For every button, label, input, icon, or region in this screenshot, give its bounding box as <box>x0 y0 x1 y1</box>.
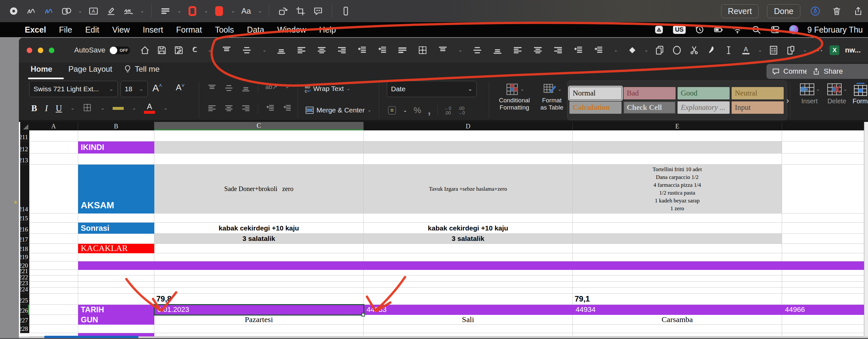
distribute-rows-icon[interactable] <box>296 45 307 56</box>
align-left-edge-icon[interactable] <box>337 45 347 56</box>
markup-toggle-icon[interactable] <box>809 5 822 18</box>
cell-A213[interactable] <box>29 153 78 165</box>
cell-A216[interactable] <box>29 223 78 234</box>
cell-style-bad[interactable]: Bad <box>623 87 676 100</box>
cell-B212[interactable]: IKINDI <box>78 141 154 153</box>
cell-B223[interactable] <box>78 282 154 287</box>
font-color-a-icon-chevron[interactable]: ⌄ <box>758 48 762 53</box>
cell-E227[interactable]: Carsamba <box>573 315 782 324</box>
crop-icon[interactable] <box>294 5 307 18</box>
styles-more-button[interactable]: › <box>786 95 789 106</box>
text-box-icon[interactable]: A <box>87 5 100 18</box>
cell-style-normal[interactable]: Normal <box>569 87 622 100</box>
control-center-icon[interactable] <box>770 25 780 34</box>
menu-item-tools[interactable]: Tools <box>215 25 234 34</box>
text-cursor-icon[interactable] <box>723 44 735 56</box>
cell-D223[interactable] <box>364 282 573 287</box>
cell-D216[interactable]: kabak cekirdegi +10 kaju <box>364 223 573 234</box>
time-machine-icon[interactable] <box>695 25 705 34</box>
cell-D219[interactable] <box>364 253 573 261</box>
cell-C215[interactable] <box>154 214 364 223</box>
cell-C213[interactable] <box>154 153 364 165</box>
cell-B211[interactable] <box>78 131 154 141</box>
rotate-text-up-icon[interactable] <box>512 45 523 56</box>
cell-D218[interactable] <box>364 244 573 253</box>
cell-F212[interactable] <box>782 141 864 153</box>
signature-icon-chevron[interactable]: ⌄ <box>140 9 145 13</box>
cell-E213[interactable] <box>573 153 782 165</box>
cell-E221[interactable] <box>573 270 782 276</box>
row-header-228[interactable]: 228 <box>20 324 29 333</box>
cell-A222[interactable] <box>29 276 78 282</box>
cell-E219[interactable] <box>573 253 782 261</box>
cell-D228[interactable] <box>364 324 573 333</box>
cell-C223[interactable] <box>154 282 364 287</box>
cell-D214[interactable]: Tavuk Izgara +sebze haslama+zero <box>364 165 573 214</box>
cell-B224[interactable] <box>78 287 154 294</box>
cell-C225[interactable]: 79,8 <box>154 294 364 305</box>
tab-home[interactable]: Home <box>31 64 53 74</box>
device-frame-icon[interactable] <box>339 5 352 18</box>
merge-center-button[interactable]: Merge & Center⌄ <box>305 105 371 115</box>
fill-color-button[interactable] <box>113 107 124 110</box>
cell-C212[interactable] <box>154 141 364 153</box>
trash-icon[interactable] <box>830 5 843 18</box>
space-horizontal-icon[interactable] <box>377 45 388 56</box>
freeze-panes-icon-chevron[interactable]: ⌄ <box>262 48 267 53</box>
increase-decimal-button[interactable]: ←0.00 <box>444 106 451 115</box>
cell-A212[interactable] <box>29 141 78 153</box>
row-header-226[interactable]: 226 <box>20 305 29 315</box>
cell-A226[interactable] <box>29 305 78 315</box>
fill-color-swatch-chevron[interactable]: ⌄ <box>231 9 235 13</box>
cell-C222[interactable] <box>154 276 364 282</box>
cell-E225[interactable]: 79,1 <box>573 294 782 305</box>
increase-indent-icon[interactable] <box>282 103 292 114</box>
sketch-pen-icon[interactable] <box>25 5 38 18</box>
cell-B225[interactable] <box>78 294 154 305</box>
borders-all-icon[interactable] <box>553 45 563 56</box>
comma-format-button[interactable]: , <box>428 104 431 117</box>
cell-F224[interactable] <box>782 287 864 294</box>
font-color-button[interactable]: A <box>144 103 155 114</box>
cell-F217[interactable] <box>782 234 864 244</box>
cell-F216[interactable] <box>782 223 864 234</box>
sign-pen-icon[interactable] <box>104 5 118 18</box>
cell-D229[interactable] <box>364 333 573 336</box>
underline-button[interactable]: U <box>56 103 62 113</box>
insert-cells-button[interactable]: ⌄ Insert <box>799 82 820 105</box>
cell-E215[interactable] <box>573 214 782 223</box>
keyboard-layout-badge[interactable]: US <box>673 25 685 34</box>
signature-icon[interactable] <box>122 5 135 18</box>
accounting-format-button[interactable]: ¤ <box>388 106 396 114</box>
field-list-icon[interactable] <box>768 44 779 56</box>
cell-D224[interactable] <box>364 287 573 294</box>
align-top-icon[interactable] <box>207 83 217 94</box>
highlighter-pen-icon[interactable] <box>42 5 55 18</box>
cell-D211[interactable] <box>364 131 573 141</box>
cell-A219[interactable] <box>29 253 78 261</box>
cell-D222[interactable] <box>364 276 573 282</box>
row-header-224[interactable]: 224 <box>20 287 29 294</box>
line-weight-icon[interactable] <box>159 5 172 18</box>
bold-button[interactable]: B <box>31 103 37 113</box>
cell-style-calculation[interactable]: Calculation <box>569 102 622 114</box>
cell-E229[interactable] <box>573 333 782 336</box>
cell-C219[interactable] <box>154 253 364 261</box>
save-as-icon[interactable] <box>173 44 185 56</box>
menu-item-help[interactable]: Help <box>319 25 336 34</box>
cell-D212[interactable] <box>364 141 573 153</box>
percent-format-button[interactable]: % <box>414 105 421 115</box>
cell-E228[interactable] <box>573 324 782 333</box>
cell-E216[interactable] <box>573 223 782 234</box>
cell-B219[interactable] <box>78 253 154 261</box>
cell-A215[interactable] <box>29 214 78 223</box>
cell-C214[interactable]: Sade Doner+brokoli zero <box>154 165 364 214</box>
row-header-219[interactable]: 219 <box>20 253 29 261</box>
cell-A211[interactable] <box>29 131 78 141</box>
menu-item-format[interactable]: Format <box>176 25 202 34</box>
cell-C226[interactable]: 6.01.2023 <box>154 305 364 315</box>
workbook-chevron[interactable]: ⌄ <box>866 44 868 56</box>
cell-F223[interactable] <box>782 282 864 287</box>
callout-icon[interactable] <box>312 5 324 18</box>
freeze-panes-icon[interactable] <box>242 45 252 56</box>
